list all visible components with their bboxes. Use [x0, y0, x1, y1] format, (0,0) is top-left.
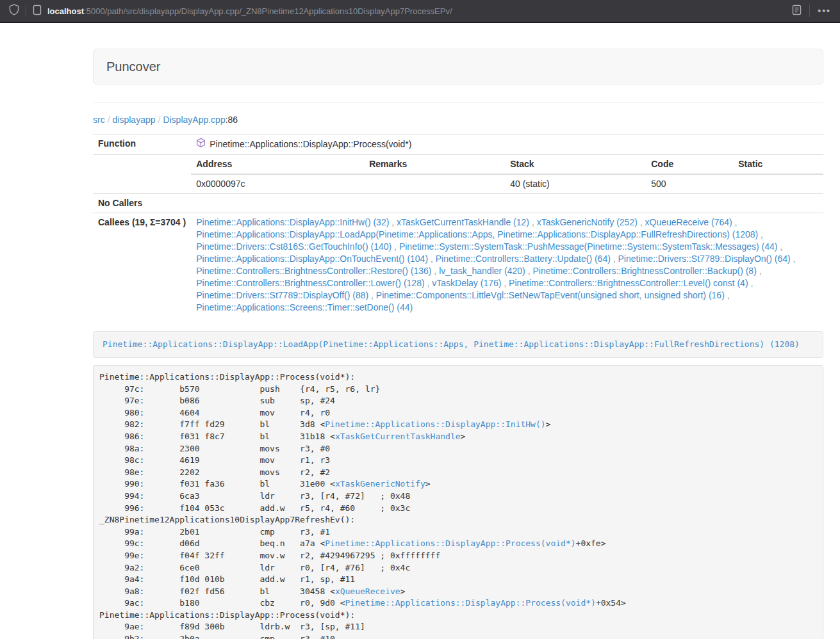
callee-separator: ,: [725, 290, 730, 300]
callee-separator: ,: [777, 241, 782, 252]
callee-separator: ,: [638, 217, 645, 227]
callee-link[interactable]: Pinetime::Controllers::BrightnessControl…: [196, 278, 424, 288]
table-row: Function Pinetime::Applications::Display…: [93, 134, 823, 155]
table-header-row: Address Remarks Stack Code Static: [191, 155, 823, 174]
breadcrumb-link-file[interactable]: DisplayApp.cpp: [163, 115, 225, 125]
cell-code: 500: [646, 174, 733, 193]
function-stats-table: Address Remarks Stack Code Static 0x0000…: [191, 155, 823, 193]
highlighted-symbol-link[interactable]: Pinetime::Applications::DisplayApp::Load…: [103, 339, 800, 349]
callee-separator: ,: [525, 266, 533, 276]
breadcrumb-link-displayapp[interactable]: displayapp: [113, 115, 156, 125]
callee-separator: ,: [611, 254, 618, 264]
callees-list: Pinetime::Applications::DisplayApp::Init…: [191, 213, 823, 318]
cube-icon: [196, 138, 206, 151]
callee-separator: ,: [757, 266, 762, 276]
callee-link[interactable]: xTaskGenericNotify (252): [537, 217, 638, 227]
callee-separator: ,: [389, 217, 397, 227]
menu-dots-icon[interactable]: •••: [818, 6, 831, 15]
callee-separator: ,: [732, 217, 737, 227]
callee-link[interactable]: Pinetime::Applications::DisplayApp::OnTo…: [196, 254, 428, 264]
reader-mode-icon[interactable]: [792, 4, 802, 18]
callee-link[interactable]: Pinetime::Drivers::St7789::DisplayOff() …: [196, 290, 368, 300]
code-symbol-link[interactable]: xTaskGenericNotify: [335, 479, 425, 489]
no-callers-label: No Callers: [93, 194, 191, 213]
callee-separator: ,: [368, 290, 376, 300]
assembly-code: Pinetime::Applications::DisplayApp::Proc…: [93, 365, 823, 639]
url-bar[interactable]: localhost:5000/path/src/displayapp/Displ…: [47, 6, 792, 16]
callee-separator: ,: [529, 217, 537, 227]
symbol-table: Function Pinetime::Applications::Display…: [93, 134, 823, 317]
callee-link[interactable]: Pinetime::Controllers::BrightnessControl…: [509, 278, 748, 288]
cell-static: [733, 174, 823, 193]
callee-separator: ,: [501, 278, 509, 288]
column-header-stack: Stack: [505, 155, 646, 174]
callee-link[interactable]: Pinetime::Applications::Screens::Timer::…: [196, 302, 413, 312]
callee-separator: ,: [758, 229, 763, 239]
chrome-separator: [26, 4, 26, 17]
callee-link[interactable]: Pinetime::System::SystemTask::PushMessag…: [399, 241, 778, 252]
table-row: Address Remarks Stack Code Static 0x0000…: [93, 155, 823, 194]
breadcrumb-separator: /: [105, 115, 113, 125]
code-symbol-link[interactable]: Pinetime::Applications::DisplayApp::Proc…: [345, 598, 596, 608]
callee-separator: ,: [391, 241, 399, 252]
callee-link[interactable]: Pinetime::Components::LittleVgl::SetNewT…: [376, 290, 725, 300]
column-header-static: Static: [733, 155, 823, 174]
callee-separator: ,: [431, 266, 439, 276]
cell-remarks: [364, 174, 505, 193]
callee-link[interactable]: Pinetime::Controllers::BrightnessControl…: [196, 266, 431, 276]
callee-separator: ,: [748, 278, 754, 288]
callee-link[interactable]: xQueueReceive (764): [645, 217, 732, 227]
shield-icon[interactable]: [9, 4, 19, 18]
callee-link[interactable]: xTaskGetCurrentTaskHandle (12): [397, 217, 529, 227]
url-host: localhost: [47, 6, 84, 16]
table-row: 0x0000097c 40 (static) 500: [191, 174, 823, 193]
column-header-code: Code: [646, 155, 733, 174]
function-name: Pinetime::Applications::DisplayApp::Proc…: [210, 138, 411, 150]
code-symbol-link[interactable]: xTaskGetCurrentTaskHandle: [335, 432, 461, 441]
breadcrumb-link-src[interactable]: src: [93, 115, 105, 125]
callees-label: Callees (19, Σ=3704 ): [93, 213, 191, 318]
callee-link[interactable]: Pinetime::Controllers::BrightnessControl…: [532, 266, 756, 276]
callee-link[interactable]: Pinetime::Drivers::St7789::DisplayOn() (…: [618, 254, 791, 264]
code-symbol-link[interactable]: xQueueReceive: [335, 586, 400, 596]
callers-cell: [191, 194, 823, 213]
cell-stack: 40 (static): [505, 174, 646, 193]
browser-chrome: localhost:5000/path/src/displayapp/Displ…: [0, 0, 840, 23]
callee-separator: ,: [425, 278, 432, 288]
page-container: Puncover src/displayapp/DisplayApp.cpp:8…: [93, 49, 823, 639]
callee-separator: ,: [428, 254, 436, 264]
callee-link[interactable]: vTaskDelay (176): [432, 278, 501, 288]
breadcrumb: src/displayapp/DisplayApp.cpp:86: [93, 113, 823, 126]
breadcrumb-line-number: :86: [226, 115, 238, 125]
callee-link[interactable]: Pinetime::Applications::DisplayApp::Init…: [196, 217, 389, 227]
page-icon[interactable]: [33, 4, 42, 18]
callee-link[interactable]: Pinetime::Applications::DisplayApp::Load…: [196, 229, 758, 239]
divider: [93, 102, 823, 103]
callee-separator: ,: [791, 254, 796, 264]
breadcrumb-separator: /: [156, 115, 163, 125]
url-path: :5000/path/src/displayapp/DisplayApp.cpp…: [84, 6, 452, 16]
chrome-separator: [809, 4, 810, 17]
code-symbol-link[interactable]: Pinetime::Applications::DisplayApp::Init…: [325, 419, 545, 429]
code-symbol-link[interactable]: Pinetime::Applications::DisplayApp::Proc…: [325, 538, 575, 548]
empty-row-label: [93, 155, 191, 194]
column-header-remarks: Remarks: [364, 155, 505, 174]
cell-address: 0x0000097c: [191, 174, 364, 193]
callee-link[interactable]: Pinetime::Drivers::Cst816S::GetTouchInfo…: [196, 241, 391, 252]
callee-link[interactable]: lv_task_handler (420): [439, 266, 525, 276]
column-header-address: Address: [191, 155, 364, 174]
callee-link[interactable]: Pinetime::Controllers::Battery::Update()…: [436, 254, 611, 264]
highlighted-symbol-box: Pinetime::Applications::DisplayApp::Load…: [93, 331, 823, 358]
function-row-label: Function: [93, 134, 191, 155]
table-row: Callees (19, Σ=3704 ) Pinetime::Applicat…: [93, 213, 823, 318]
table-row: No Callers: [93, 194, 823, 213]
app-header-panel: Puncover: [93, 49, 823, 85]
page-title: Puncover: [106, 59, 810, 74]
